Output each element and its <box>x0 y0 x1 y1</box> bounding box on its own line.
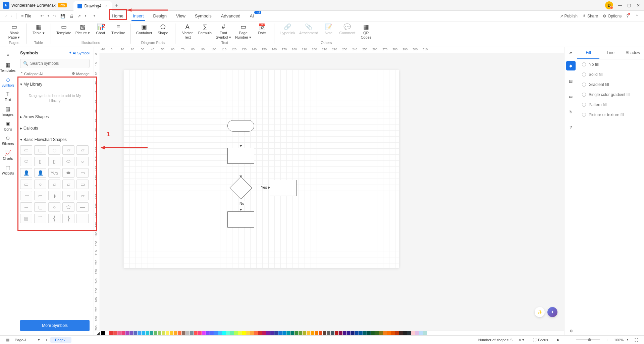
play-icon[interactable]: ▶ <box>554 338 562 342</box>
collapse-ribbon-icon[interactable]: ⌃ <box>633 12 641 20</box>
color-swatch[interactable] <box>146 331 149 335</box>
color-swatch[interactable] <box>178 331 181 335</box>
fill-option-pattern-fill[interactable]: Pattern fill <box>577 100 644 110</box>
shadow-tab[interactable]: Shadow <box>622 47 644 59</box>
color-swatch[interactable] <box>319 331 322 335</box>
file-menu[interactable]: ≡ File <box>18 12 34 20</box>
zoom-slider[interactable] <box>576 339 600 340</box>
color-swatch[interactable] <box>150 331 153 335</box>
help-button[interactable]: ? <box>626 14 629 18</box>
shape-19[interactable]: ▭ <box>76 180 89 189</box>
color-swatch[interactable] <box>129 331 133 335</box>
shape-11[interactable]: 👤 <box>34 168 46 178</box>
shape-20[interactable]: 〰 <box>20 191 32 200</box>
shape-28[interactable]: ⬠ <box>62 202 74 212</box>
fill-option-gradient-fill[interactable]: Gradient fill <box>577 80 644 90</box>
color-swatch[interactable] <box>198 331 202 335</box>
shape-14[interactable]: ▭ <box>76 168 89 178</box>
rail-charts[interactable]: 📈Charts <box>1 148 15 162</box>
ribbon-template[interactable]: ▭Template <box>56 23 71 35</box>
line-tab[interactable]: Line <box>599 47 622 59</box>
add-tab-button[interactable]: + <box>115 2 118 8</box>
flowchart-decision[interactable] <box>229 177 252 199</box>
ai-symbol-button[interactable]: ✦AI Symbol <box>69 51 90 55</box>
color-swatch[interactable] <box>109 331 113 335</box>
color-swatch[interactable] <box>230 331 234 335</box>
fab-effects[interactable]: ✨ <box>535 307 545 317</box>
ribbon-shape[interactable]: ⬠Shape <box>156 23 170 35</box>
color-swatch[interactable] <box>234 331 238 335</box>
color-swatch[interactable] <box>411 331 415 335</box>
shape-27[interactable]: ○ <box>48 202 60 212</box>
ribbon-vector-text[interactable]: AVectorText <box>181 23 194 40</box>
color-swatch[interactable] <box>142 331 145 335</box>
shape-24[interactable]: ▱ <box>76 191 89 200</box>
page[interactable]: Yes No <box>123 70 399 268</box>
color-swatch[interactable] <box>407 331 411 335</box>
shape-34[interactable] <box>76 214 89 223</box>
shape-12[interactable]: Yes <box>48 168 60 178</box>
print-icon[interactable]: 🖨 <box>67 12 75 20</box>
color-swatch[interactable] <box>254 331 258 335</box>
color-swatch[interactable] <box>387 331 391 335</box>
color-swatch[interactable] <box>379 331 383 335</box>
color-swatch[interactable] <box>347 331 351 335</box>
color-swatch[interactable] <box>423 331 427 335</box>
color-swatch[interactable] <box>307 331 310 335</box>
publish-button[interactable]: ↗Publish <box>560 14 578 18</box>
more-dropdown-icon[interactable]: ▾ <box>92 13 97 19</box>
color-swatch[interactable] <box>206 331 210 335</box>
nav-back-icon[interactable]: ‹ <box>3 12 9 20</box>
fill-option-single-color-gradient-fill[interactable]: Single color gradient fill <box>577 90 644 100</box>
fill-option-picture-or-texture-fill[interactable]: Picture or texture fill <box>577 110 644 120</box>
options-button[interactable]: ⚙Options <box>603 14 622 18</box>
color-swatch[interactable] <box>299 331 302 335</box>
color-swatch[interactable] <box>154 331 157 335</box>
shape-2[interactable]: ◇ <box>48 145 60 155</box>
color-swatch[interactable] <box>282 331 286 335</box>
ribbon-blank-page-[interactable]: ▭BlankPage ▾ <box>7 23 21 40</box>
basic-flowchart-heading[interactable]: ▾Basic Flowchart Shapes <box>20 136 90 143</box>
ribbon-formula[interactable]: ∑Formula <box>198 23 212 35</box>
shape-26[interactable]: ▢ <box>34 202 46 212</box>
color-swatch[interactable] <box>210 331 214 335</box>
nav-forward-icon[interactable]: › <box>9 12 14 20</box>
right-rail-present[interactable]: ▭ <box>566 92 576 101</box>
color-swatch[interactable] <box>303 331 306 335</box>
rail-icons[interactable]: ▣Icons <box>1 118 15 133</box>
color-swatch[interactable] <box>133 331 137 335</box>
color-swatch[interactable] <box>391 331 395 335</box>
shape-31[interactable]: ⌒ <box>34 214 46 223</box>
color-swatch[interactable] <box>415 331 419 335</box>
color-swatch[interactable] <box>323 331 326 335</box>
layers-icon[interactable]: ▥ <box>3 338 12 342</box>
color-swatch[interactable] <box>343 331 346 335</box>
export-dropdown-icon[interactable]: ▾ <box>83 13 88 19</box>
shape-5[interactable]: ⬭ <box>20 157 32 166</box>
avatar[interactable]: D <box>605 1 613 9</box>
expand-right-icon[interactable]: » <box>570 50 572 55</box>
color-swatch[interactable] <box>290 331 294 335</box>
zoom-in-icon[interactable]: + <box>603 338 610 342</box>
color-swatch[interactable] <box>339 331 342 335</box>
fab-ai[interactable]: ✦ <box>547 307 557 317</box>
ribbon-container[interactable]: ▣Container <box>136 23 152 35</box>
right-rail-history[interactable]: ↻ <box>566 107 576 117</box>
color-swatch[interactable] <box>121 331 125 335</box>
color-swatch[interactable] <box>174 331 177 335</box>
rail-widgets[interactable]: ◫Widgets <box>1 162 15 177</box>
color-swatch[interactable] <box>367 331 371 335</box>
color-swatch[interactable] <box>105 331 109 335</box>
color-swatch[interactable] <box>218 331 222 335</box>
color-swatch[interactable] <box>383 331 387 335</box>
right-rail-help[interactable]: ? <box>566 123 576 132</box>
shape-8[interactable]: ⬭ <box>62 157 74 166</box>
color-swatch[interactable] <box>113 331 117 335</box>
color-swatch[interactable] <box>138 331 141 335</box>
page-tab-1[interactable]: Page-1 <box>50 337 71 343</box>
color-swatch[interactable] <box>315 331 318 335</box>
tab-home[interactable]: Home <box>107 11 128 20</box>
ribbon-date[interactable]: 📅Date <box>255 23 269 35</box>
shape-6[interactable]: ▯ <box>34 157 46 166</box>
shape-1[interactable]: ▢ <box>34 145 46 155</box>
